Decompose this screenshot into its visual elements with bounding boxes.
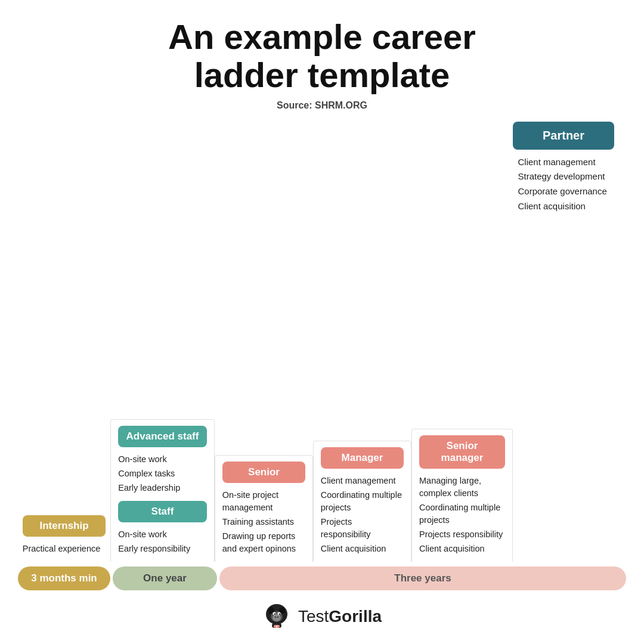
staff-bullet-2: Early responsibility: [118, 543, 207, 555]
card-manager: Manager: [321, 447, 404, 469]
manager-bullets: Client management Coordinating multiple …: [321, 475, 404, 557]
staff-bullet-1: On-site work: [118, 528, 207, 541]
duration-one-year: One year: [113, 566, 217, 590]
column-staff: Advanced staff On-site work Complex task…: [110, 419, 215, 562]
manager-bullet-4: Client acquisition: [321, 543, 404, 555]
internship-bullets: Practical experience: [23, 543, 106, 557]
senior-bullet-3: Drawing up reports and expert opinons: [222, 530, 306, 555]
svg-point-8: [279, 614, 280, 615]
footer-brand-name: TestGorilla: [298, 607, 382, 626]
partner-bullet-4: Client acquisition: [518, 200, 609, 213]
card-staff: Staff: [118, 501, 207, 522]
card-senior-manager: Senior manager: [419, 435, 505, 469]
internship-bullet-1: Practical experience: [23, 543, 106, 555]
card-internship: Internship: [23, 515, 106, 537]
sm-bullet-4: Client acquisition: [419, 543, 505, 555]
staff-bullets: On-site work Early responsibility: [118, 528, 207, 557]
partner-bullets: Client management Strategy development C…: [518, 156, 609, 215]
seniormanager-bullets: Managing large, complex clients Coordina…: [419, 475, 505, 557]
partner-bullet-1: Client management: [518, 156, 609, 169]
career-ladder-diagram: Internship Practical experience Advanced…: [18, 122, 626, 562]
svg-point-13: [276, 626, 277, 627]
card-senior: Senior: [222, 462, 306, 483]
svg-point-4: [273, 614, 281, 621]
sm-bullet-2: Coordinating multiple projects: [419, 501, 505, 527]
column-manager: Manager Client management Coordinating m…: [313, 441, 411, 562]
manager-bullet-2: Coordinating multiple projects: [321, 489, 404, 514]
duration-bars: 3 months min One year Three years: [18, 566, 626, 590]
partner-bullet-2: Strategy development: [518, 170, 609, 183]
sm-bullet-1: Managing large, complex clients: [419, 475, 505, 500]
partner-bullet-3: Corporate governance: [518, 185, 609, 198]
duration-3months: 3 months min: [18, 566, 110, 590]
footer: TestGorilla: [262, 601, 382, 632]
page-title: An example career ladder template: [168, 18, 476, 94]
svg-point-10: [277, 617, 278, 618]
source-credit: Source: SHRM.ORG: [277, 100, 367, 111]
senior-bullet-2: Training assistants: [222, 516, 306, 528]
card-advanced-staff: Advanced staff: [118, 426, 207, 447]
column-senior-manager: Senior manager Managing large, complex c…: [411, 429, 513, 562]
senior-bullet-1: On-site project management: [222, 489, 306, 514]
column-partner: Partner Client management Strategy devel…: [513, 122, 614, 219]
manager-bullet-1: Client management: [321, 475, 404, 487]
card-partner: Partner: [513, 122, 614, 150]
sm-bullet-3: Projects responsibility: [419, 528, 505, 541]
senior-bullets: On-site project management Training assi…: [222, 489, 306, 557]
page: An example career ladder template Source…: [0, 0, 644, 644]
manager-bullet-3: Projects responsibility: [321, 516, 404, 541]
duration-three-years: Three years: [219, 566, 626, 590]
testgorilla-logo-icon: [262, 601, 291, 632]
svg-point-7: [274, 614, 275, 615]
column-senior: Senior On-site project management Traini…: [215, 455, 313, 562]
advanced-bullet-1: On-site work: [118, 453, 207, 466]
advanced-bullet-2: Complex tasks: [118, 467, 207, 480]
svg-point-9: [274, 617, 276, 618]
column-internship: Internship Practical experience: [18, 515, 110, 562]
advanced-staff-bullets: On-site work Complex tasks Early leaders…: [118, 453, 207, 496]
advanced-bullet-3: Early leadership: [118, 482, 207, 494]
